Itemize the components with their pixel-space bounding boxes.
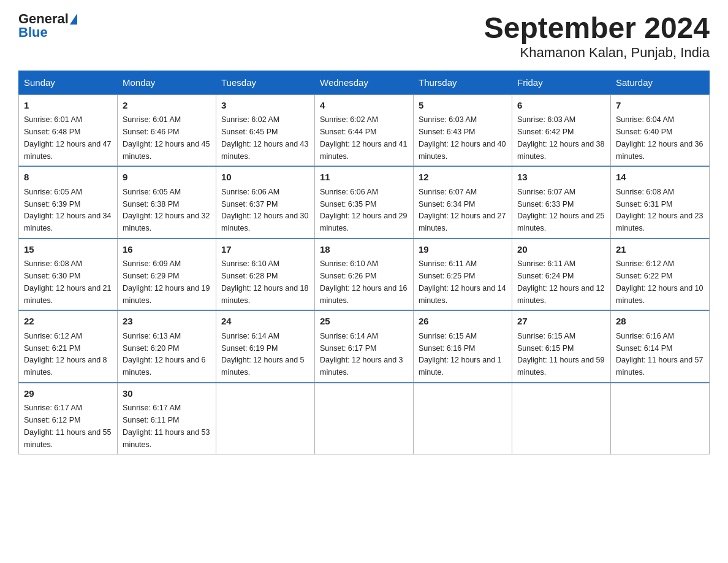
day-info: Sunrise: 6:09 AM Sunset: 6:29 PM Dayligh… (123, 259, 210, 304)
header-friday: Friday (512, 71, 611, 94)
day-info: Sunrise: 6:05 AM Sunset: 6:38 PM Dayligh… (123, 188, 210, 232)
day-info: Sunrise: 6:13 AM Sunset: 6:20 PM Dayligh… (123, 332, 206, 377)
day-info: Sunrise: 6:07 AM Sunset: 6:34 PM Dayligh… (419, 188, 506, 232)
calendar-cell: 10Sunrise: 6:06 AM Sunset: 6:37 PM Dayli… (216, 166, 315, 239)
calendar-cell (216, 383, 315, 454)
day-info: Sunrise: 6:03 AM Sunset: 6:42 PM Dayligh… (517, 115, 604, 160)
header-saturday: Saturday (611, 71, 710, 94)
header-wednesday: Wednesday (315, 71, 414, 94)
calendar-title: September 2024 (484, 12, 710, 45)
calendar-cell: 29Sunrise: 6:17 AM Sunset: 6:12 PM Dayli… (19, 383, 118, 454)
calendar-cell: 14Sunrise: 6:08 AM Sunset: 6:31 PM Dayli… (611, 166, 710, 239)
calendar-week-row: 29Sunrise: 6:17 AM Sunset: 6:12 PM Dayli… (19, 383, 710, 454)
day-number: 5 (419, 99, 507, 113)
day-number: 14 (616, 170, 704, 185)
day-number: 17 (221, 243, 309, 257)
day-number: 15 (24, 243, 112, 257)
day-number: 18 (320, 243, 408, 257)
day-info: Sunrise: 6:12 AM Sunset: 6:22 PM Dayligh… (616, 259, 703, 304)
calendar-cell: 27Sunrise: 6:15 AM Sunset: 6:15 PM Dayli… (512, 310, 611, 383)
calendar-cell: 4Sunrise: 6:02 AM Sunset: 6:44 PM Daylig… (315, 94, 414, 167)
calendar-cell: 20Sunrise: 6:11 AM Sunset: 6:24 PM Dayli… (512, 239, 611, 311)
day-number: 10 (221, 170, 309, 185)
day-info: Sunrise: 6:15 AM Sunset: 6:15 PM Dayligh… (517, 332, 604, 377)
day-number: 26 (419, 315, 507, 329)
day-info: Sunrise: 6:12 AM Sunset: 6:21 PM Dayligh… (24, 332, 107, 377)
day-info: Sunrise: 6:10 AM Sunset: 6:28 PM Dayligh… (221, 259, 308, 304)
calendar-cell: 9Sunrise: 6:05 AM Sunset: 6:38 PM Daylig… (118, 166, 216, 239)
day-info: Sunrise: 6:16 AM Sunset: 6:14 PM Dayligh… (616, 332, 703, 377)
calendar-cell: 13Sunrise: 6:07 AM Sunset: 6:33 PM Dayli… (512, 166, 611, 239)
day-number: 6 (517, 99, 605, 113)
day-info: Sunrise: 6:07 AM Sunset: 6:33 PM Dayligh… (517, 188, 604, 232)
calendar-cell: 25Sunrise: 6:14 AM Sunset: 6:17 PM Dayli… (315, 310, 414, 383)
day-info: Sunrise: 6:01 AM Sunset: 6:48 PM Dayligh… (24, 115, 111, 160)
day-number: 23 (123, 315, 211, 329)
calendar-cell: 24Sunrise: 6:14 AM Sunset: 6:19 PM Dayli… (216, 310, 315, 383)
header-sunday: Sunday (19, 71, 118, 94)
day-info: Sunrise: 6:01 AM Sunset: 6:46 PM Dayligh… (123, 115, 210, 160)
calendar-cell: 5Sunrise: 6:03 AM Sunset: 6:43 PM Daylig… (414, 94, 512, 167)
calendar-cell: 15Sunrise: 6:08 AM Sunset: 6:30 PM Dayli… (19, 239, 118, 311)
day-info: Sunrise: 6:10 AM Sunset: 6:26 PM Dayligh… (320, 259, 407, 304)
day-info: Sunrise: 6:11 AM Sunset: 6:24 PM Dayligh… (517, 259, 604, 304)
day-number: 19 (419, 243, 507, 257)
calendar-cell: 19Sunrise: 6:11 AM Sunset: 6:25 PM Dayli… (414, 239, 512, 311)
calendar-cell: 2Sunrise: 6:01 AM Sunset: 6:46 PM Daylig… (118, 94, 216, 167)
calendar-cell: 1Sunrise: 6:01 AM Sunset: 6:48 PM Daylig… (19, 94, 118, 167)
calendar-cell (611, 383, 710, 454)
day-info: Sunrise: 6:17 AM Sunset: 6:12 PM Dayligh… (24, 404, 111, 448)
header-tuesday: Tuesday (216, 71, 315, 94)
calendar-cell: 11Sunrise: 6:06 AM Sunset: 6:35 PM Dayli… (315, 166, 414, 239)
calendar-cell: 22Sunrise: 6:12 AM Sunset: 6:21 PM Dayli… (19, 310, 118, 383)
calendar-cell: 17Sunrise: 6:10 AM Sunset: 6:28 PM Dayli… (216, 239, 315, 311)
day-number: 9 (123, 170, 211, 185)
page-header: General Blue September 2024 Khamanon Kal… (18, 12, 710, 61)
logo: General Blue (18, 12, 77, 39)
day-info: Sunrise: 6:11 AM Sunset: 6:25 PM Dayligh… (419, 259, 506, 304)
header-monday: Monday (118, 71, 216, 94)
day-number: 3 (221, 99, 309, 113)
calendar-cell: 16Sunrise: 6:09 AM Sunset: 6:29 PM Dayli… (118, 239, 216, 311)
day-info: Sunrise: 6:06 AM Sunset: 6:35 PM Dayligh… (320, 188, 407, 232)
calendar-cell: 23Sunrise: 6:13 AM Sunset: 6:20 PM Dayli… (118, 310, 216, 383)
calendar-cell: 21Sunrise: 6:12 AM Sunset: 6:22 PM Dayli… (611, 239, 710, 311)
calendar-cell: 12Sunrise: 6:07 AM Sunset: 6:34 PM Dayli… (414, 166, 512, 239)
title-block: September 2024 Khamanon Kalan, Punjab, I… (484, 12, 710, 61)
calendar-cell: 8Sunrise: 6:05 AM Sunset: 6:39 PM Daylig… (19, 166, 118, 239)
day-info: Sunrise: 6:02 AM Sunset: 6:44 PM Dayligh… (320, 115, 407, 160)
day-number: 2 (123, 99, 211, 113)
day-info: Sunrise: 6:08 AM Sunset: 6:31 PM Dayligh… (616, 188, 703, 232)
day-number: 22 (24, 315, 112, 329)
day-number: 11 (320, 170, 408, 185)
day-number: 12 (419, 170, 507, 185)
calendar-week-row: 22Sunrise: 6:12 AM Sunset: 6:21 PM Dayli… (19, 310, 710, 383)
logo-general: General (18, 12, 69, 26)
calendar-cell: 7Sunrise: 6:04 AM Sunset: 6:40 PM Daylig… (611, 94, 710, 167)
day-number: 24 (221, 315, 309, 329)
day-number: 4 (320, 99, 408, 113)
calendar-cell: 18Sunrise: 6:10 AM Sunset: 6:26 PM Dayli… (315, 239, 414, 311)
day-number: 30 (123, 387, 211, 401)
calendar-week-row: 1Sunrise: 6:01 AM Sunset: 6:48 PM Daylig… (19, 94, 710, 167)
day-info: Sunrise: 6:03 AM Sunset: 6:43 PM Dayligh… (419, 115, 506, 160)
day-info: Sunrise: 6:14 AM Sunset: 6:19 PM Dayligh… (221, 332, 305, 377)
day-info: Sunrise: 6:08 AM Sunset: 6:30 PM Dayligh… (24, 259, 111, 304)
day-number: 1 (24, 99, 112, 113)
day-number: 25 (320, 315, 408, 329)
day-number: 28 (616, 315, 704, 329)
calendar-cell: 30Sunrise: 6:17 AM Sunset: 6:11 PM Dayli… (118, 383, 216, 454)
day-number: 20 (517, 243, 605, 257)
logo-triangle-icon (70, 13, 77, 25)
calendar-week-row: 8Sunrise: 6:05 AM Sunset: 6:39 PM Daylig… (19, 166, 710, 239)
calendar-cell: 6Sunrise: 6:03 AM Sunset: 6:42 PM Daylig… (512, 94, 611, 167)
calendar-cell: 26Sunrise: 6:15 AM Sunset: 6:16 PM Dayli… (414, 310, 512, 383)
day-number: 29 (24, 387, 112, 401)
day-number: 21 (616, 243, 704, 257)
calendar-subtitle: Khamanon Kalan, Punjab, India (484, 45, 710, 61)
calendar-header-row: SundayMondayTuesdayWednesdayThursdayFrid… (19, 71, 710, 94)
header-thursday: Thursday (414, 71, 512, 94)
day-info: Sunrise: 6:02 AM Sunset: 6:45 PM Dayligh… (221, 115, 308, 160)
day-number: 7 (616, 99, 704, 113)
calendar-cell: 3Sunrise: 6:02 AM Sunset: 6:45 PM Daylig… (216, 94, 315, 167)
